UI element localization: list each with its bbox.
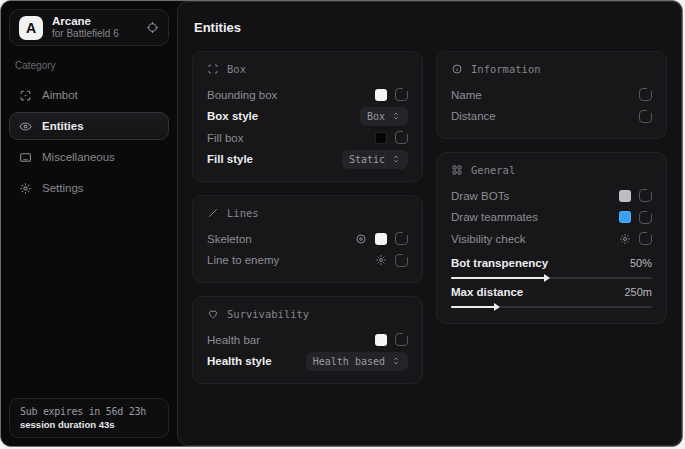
page-title: Entities [194,20,665,35]
slider-label: Max distance [451,286,624,298]
setting-label: Fill style [207,153,342,165]
draw-teammates-checkbox[interactable] [639,211,652,224]
info-icon [451,63,463,75]
color-swatch[interactable] [619,211,631,223]
brand-subtitle: for Battlefield 6 [52,28,137,40]
setting-label: Skeleton [207,233,355,245]
setting-row-skeleton: Skeleton [207,228,408,250]
survivability-card: Survivability Health bar Health style He… [192,296,423,384]
sidebar-item-miscellaneous[interactable]: Miscellaneous [9,143,169,171]
max-distance-setting: Max distance 250m [451,286,652,308]
sidebar: A Arcane for Battlefield 6 Category Aimb… [1,1,177,446]
box-card: Box Bounding box Box style Box [192,51,423,182]
heart-icon [207,308,219,320]
gear-icon [19,182,32,195]
setting-row-draw-teammates: Draw teammates [451,207,652,229]
distance-checkbox[interactable] [639,110,652,123]
dropdown-value: Static [349,154,385,165]
bot-transparency-slider[interactable] [451,277,652,279]
setting-row-distance: Distance [451,106,652,128]
slider-fill [451,277,545,279]
setting-row-line-to-enemy: Line to enemy [207,250,408,272]
sidebar-item-label: Entities [42,120,84,132]
slider-value: 250m [624,286,652,298]
setting-row-health-bar: Health bar [207,329,408,351]
slider-label: Bot transpenency [451,257,630,269]
card-title: Lines [227,207,259,219]
diagonal-line-icon [207,207,219,219]
sidebar-item-entities[interactable]: Entities [9,112,169,140]
card-title: Survivability [227,308,309,320]
visibility-check-checkbox[interactable] [639,232,652,245]
color-swatch[interactable] [375,233,387,245]
setting-label: Health style [207,355,306,367]
name-checkbox[interactable] [639,88,652,101]
slider-thumb[interactable] [494,303,500,311]
grid-icon [451,164,463,176]
fill-box-checkbox[interactable] [395,131,408,144]
crosshair-icon [19,89,32,102]
setting-label: Name [451,89,639,101]
color-swatch[interactable] [619,190,631,202]
bounding-box-checkbox[interactable] [395,88,408,101]
slider-value: 50% [630,257,652,269]
dropdown-value: Health based [313,356,385,367]
chevron-updown-icon [391,111,401,121]
slider-fill [451,306,495,308]
max-distance-slider[interactable] [451,306,652,308]
line-to-enemy-checkbox[interactable] [395,254,408,267]
setting-label: Fill box [207,132,375,144]
setting-row-fill-style: Fill style Static [207,149,408,171]
gear-icon[interactable] [375,254,387,266]
color-swatch[interactable] [375,132,387,144]
card-title: General [471,164,515,176]
draw-bots-checkbox[interactable] [639,189,652,202]
bot-transparency-setting: Bot transpenency 50% [451,257,652,279]
brand-logo: A [19,16,43,40]
target-icon[interactable] [146,21,159,34]
sidebar-item-settings[interactable]: Settings [9,174,169,202]
chevron-updown-icon [391,356,401,366]
session-duration-text: session duration 43s [20,419,158,430]
setting-label: Health bar [207,334,375,346]
fill-style-dropdown[interactable]: Static [342,150,408,169]
right-column: Information Name Distance [436,51,667,397]
setting-row-bounding-box: Bounding box [207,84,408,106]
survivability-card-header: Survivability [207,308,408,320]
color-swatch[interactable] [375,89,387,101]
entities-icon [19,120,32,133]
color-swatch[interactable] [375,334,387,346]
gear-icon[interactable] [619,233,631,245]
setting-label: Bounding box [207,89,375,101]
lines-card-header: Lines [207,207,408,219]
card-title: Information [471,63,541,75]
box-style-dropdown[interactable]: Box [360,107,408,126]
sidebar-item-aimbot[interactable]: Aimbot [9,81,169,109]
subscription-info: Sub expires in 56d 23h session duration … [9,398,169,438]
sidebar-item-label: Miscellaneous [42,151,115,163]
sidebar-item-label: Settings [42,182,84,194]
general-card-header: General [451,164,652,176]
setting-label: Draw BOTs [451,190,619,202]
chevron-updown-icon [391,154,401,164]
brand-card: A Arcane for Battlefield 6 [9,9,169,46]
setting-row-visibility-check: Visibility check [451,228,652,250]
sidebar-item-label: Aimbot [42,89,78,101]
setting-label: Box style [207,110,360,122]
slider-thumb[interactable] [544,274,550,282]
health-style-dropdown[interactable]: Health based [306,352,408,371]
keyboard-icon [19,151,32,164]
setting-row-fill-box: Fill box [207,127,408,149]
box-card-header: Box [207,63,408,75]
information-card: Information Name Distance [436,51,667,139]
eye-icon[interactable] [355,233,367,245]
sub-expiry-text: Sub expires in 56d 23h [20,406,158,417]
skeleton-checkbox[interactable] [395,232,408,245]
app-window: A Arcane for Battlefield 6 Category Aimb… [0,0,683,447]
setting-label: Draw teammates [451,211,619,223]
setting-label: Distance [451,110,639,122]
setting-row-health-style: Health style Health based [207,351,408,373]
health-bar-checkbox[interactable] [395,333,408,346]
lines-card: Lines Skeleton Line to enemy [192,195,423,283]
category-label: Category [15,60,163,71]
